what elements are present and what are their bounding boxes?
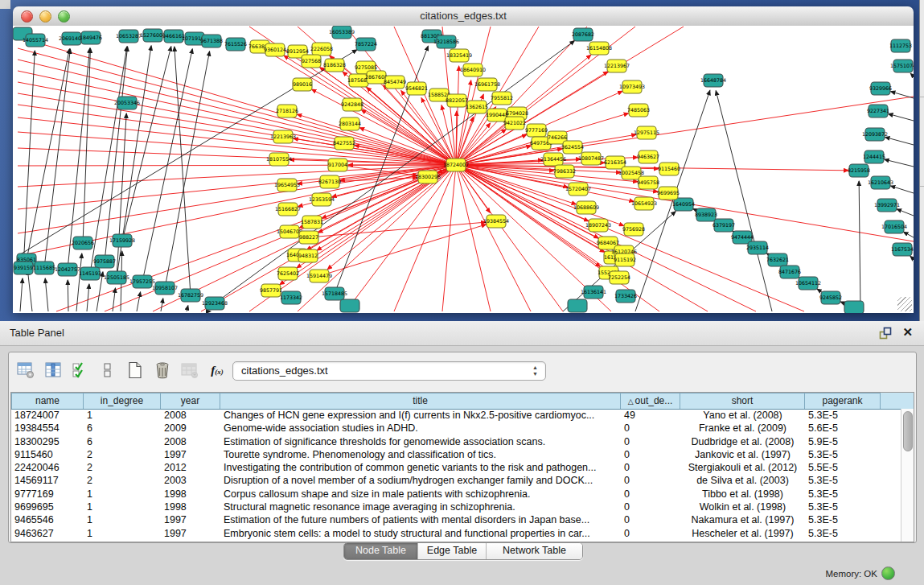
table-cell: 19384554	[11, 422, 84, 435]
svg-text:19384554: 19384554	[483, 218, 509, 224]
table-row[interactable]: 969969511998Structural magnetic resonanc…	[11, 501, 901, 513]
table-cell: 2009	[161, 422, 220, 435]
table-cell: 18724007	[11, 409, 84, 422]
svg-text:9227341: 9227341	[867, 108, 889, 113]
table-cell: 2	[84, 448, 161, 461]
svg-text:1640954: 1640954	[672, 201, 695, 207]
function-builder-icon[interactable]: f(x)	[207, 360, 228, 381]
svg-text:7857224: 7857224	[355, 41, 377, 47]
table-cell: Jankovic et al. (1997)	[680, 448, 805, 461]
svg-text:9975887: 9975887	[93, 258, 116, 264]
svg-text:12975115: 12975115	[634, 130, 659, 135]
table-cell: Embryonic stem cells: a model to study s…	[220, 527, 621, 540]
svg-text:8186328: 8186328	[323, 62, 346, 68]
table-cell: Investigating the contribution of common…	[220, 461, 621, 474]
scrollbar-thumb[interactable]	[903, 411, 913, 451]
svg-text:9275085: 9275085	[355, 64, 377, 70]
svg-text:7615526: 7615526	[224, 41, 247, 47]
table-scrollbar[interactable]	[901, 409, 914, 542]
svg-text:1244415: 1244415	[863, 154, 885, 159]
table-cell: 1997	[161, 513, 220, 526]
svg-text:15720407: 15720407	[565, 186, 591, 192]
table-selector-value: citations_edges.txt	[241, 365, 328, 377]
table-cell: 9463627	[11, 527, 84, 540]
canvas-resize-grip[interactable]	[897, 297, 912, 311]
delete-rows-icon[interactable]	[152, 360, 173, 381]
tab-network-table[interactable]: Network Table	[486, 543, 582, 559]
new-table-icon[interactable]	[125, 360, 146, 381]
svg-text:10807487: 10807487	[578, 155, 604, 161]
svg-text:1173342: 1173342	[280, 295, 302, 300]
svg-text:2935114: 2935114	[746, 245, 769, 250]
table-row[interactable]: 946362711997Embryonic stem cells: a mode…	[11, 527, 901, 540]
table-cell: 0	[621, 527, 680, 540]
table-row[interactable]: 1830029562008Estimation of significance …	[11, 435, 901, 448]
table-cell: 14569117	[11, 474, 84, 487]
svg-text:9699695: 9699695	[657, 190, 680, 196]
svg-text:8427552: 8427552	[333, 140, 355, 146]
network-window[interactable]: citations_edges.txt 14055714206914061849…	[13, 6, 914, 313]
node-table: namein_degreeyeartitle△out_de...shortpag…	[10, 392, 914, 542]
rows-icon[interactable]	[97, 360, 118, 381]
column-header-in_degree[interactable]: in_degree	[84, 393, 161, 409]
table-row[interactable]: 1456911722003Disruption of a novel membe…	[11, 474, 901, 487]
svg-text:9756928: 9756928	[622, 226, 645, 232]
table-cell: 1	[84, 513, 161, 526]
svg-text:14055714: 14055714	[23, 37, 48, 43]
table-cell: 1	[84, 488, 161, 501]
svg-text:8912954: 8912954	[286, 48, 309, 54]
table-cell: Stergiakouli et al. (2012)	[680, 461, 805, 474]
network-canvas[interactable]: 1405571420691406184947610653287152760079…	[13, 26, 914, 313]
svg-text:7485063: 7485063	[627, 107, 650, 113]
table-row[interactable]: 946554611997Estimation of the future num…	[11, 513, 901, 526]
column-header-title[interactable]: title	[220, 393, 621, 409]
table-tabs: Node TableEdge TableNetwork Table	[343, 542, 583, 560]
select-columns-icon[interactable]	[70, 360, 91, 381]
table-selector-dropdown[interactable]: citations_edges.txt ▲▼	[232, 361, 546, 381]
table-cell: 6	[84, 435, 161, 448]
svg-text:10958107: 10958107	[152, 285, 178, 290]
table-row[interactable]: 911546021997Tourette syndrome. Phenomeno…	[11, 448, 901, 461]
svg-text:18107554: 18107554	[266, 156, 292, 162]
table-row[interactable]: 977716911998Corpus callosum shape and si…	[11, 488, 901, 501]
svg-text:16053389: 16053389	[329, 29, 355, 35]
svg-text:746266: 746266	[548, 134, 567, 140]
svg-text:10025458: 10025458	[618, 170, 644, 175]
table-options-icon[interactable]	[15, 360, 36, 381]
table-row[interactable]: 2242004622012Investigating the contribut…	[11, 461, 901, 474]
column-header-name[interactable]: name	[11, 393, 84, 409]
float-panel-icon[interactable]	[879, 327, 892, 340]
svg-text:12042757: 12042757	[55, 266, 80, 272]
svg-text:6379197: 6379197	[713, 222, 735, 228]
show-column-icon[interactable]	[43, 360, 64, 381]
table-cell: 5.3E-5	[805, 488, 881, 501]
table-cell: 5.3E-5	[805, 448, 881, 461]
svg-text:17957255: 17957255	[129, 278, 155, 284]
citation-network-graph[interactable]: 1405571420691406184947610653287152760079…	[13, 26, 914, 313]
table-panel-title: Table Panel	[10, 327, 64, 339]
table-cell: 0	[621, 513, 680, 526]
svg-text:9115460: 9115460	[658, 166, 680, 171]
table-cell: 0	[621, 474, 680, 487]
close-panel-icon[interactable]: ✕	[902, 325, 913, 340]
table-cell: 5.6E-5	[805, 422, 881, 435]
svg-text:1145193: 1145193	[79, 270, 101, 276]
table-cell: 1997	[161, 527, 220, 540]
tab-node-table[interactable]: Node Table	[344, 543, 417, 559]
svg-text:7632621: 7632621	[766, 257, 789, 262]
table-cell: 5.9E-5	[805, 435, 881, 448]
column-header-pagerank[interactable]: pagerank	[805, 393, 881, 409]
column-header-short[interactable]: short	[680, 393, 805, 409]
table-cell: 0	[621, 422, 680, 435]
column-header-out_de[interactable]: △out_de...	[621, 393, 680, 409]
table-row[interactable]: 1938455462009Genome-wide association stu…	[11, 422, 901, 435]
table-row[interactable]: 1872400712008Changes of HCN gene express…	[11, 409, 901, 422]
network-window-titlebar[interactable]: citations_edges.txt	[13, 6, 914, 27]
table-cell: Yano et al. (2008)	[680, 409, 805, 422]
tab-edge-table[interactable]: Edge Table	[417, 543, 486, 559]
svg-text:7252254: 7252254	[608, 274, 630, 280]
svg-text:9474444: 9474444	[731, 234, 754, 240]
memory-status-icon[interactable]	[881, 566, 895, 580]
svg-text:16210643: 16210643	[868, 179, 893, 185]
column-header-year[interactable]: year	[161, 393, 220, 409]
